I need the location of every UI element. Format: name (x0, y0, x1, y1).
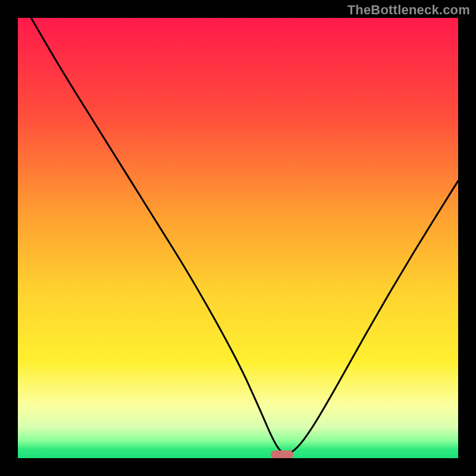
plot-area (18, 18, 458, 458)
watermark-text: TheBottleneck.com (347, 2, 470, 18)
chart-frame: TheBottleneck.com (0, 0, 476, 476)
bottleneck-curve (18, 18, 458, 458)
optimal-marker (271, 450, 293, 458)
